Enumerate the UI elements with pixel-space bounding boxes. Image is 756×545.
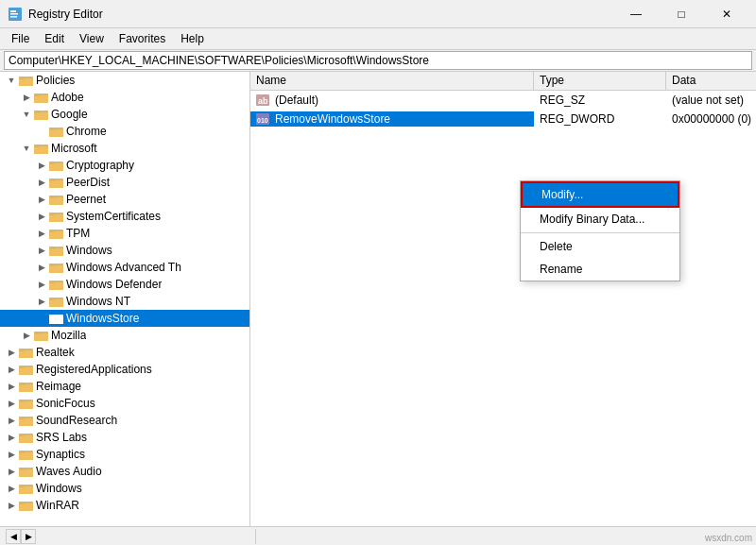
scroll-left-button[interactable]: ◀: [6, 529, 21, 544]
context-menu-modify[interactable]: Modify...: [521, 181, 679, 208]
tree-item-synaptics[interactable]: ▶ Synaptics: [0, 446, 249, 463]
maximize-button[interactable]: □: [660, 4, 703, 25]
svg-rect-66: [19, 417, 25, 419]
folder-closed-icon: [19, 482, 34, 495]
tree-item-windows2[interactable]: ▶ Windows: [0, 480, 249, 497]
tree-item-policies[interactable]: ▼ Policies: [0, 72, 249, 89]
svg-rect-29: [49, 214, 63, 222]
tree-item-peerdist[interactable]: ▶ PeerDist: [0, 174, 249, 191]
context-menu-delete[interactable]: Delete: [521, 235, 679, 258]
tree-item-wavesaudio[interactable]: ▶ Waves Audio: [0, 463, 249, 480]
tree-label-microsoft: Microsoft: [51, 142, 97, 155]
svg-rect-50: [34, 333, 48, 341]
expand-windowsdefender[interactable]: ▶: [34, 277, 49, 292]
expand-reimage[interactable]: ▶: [4, 379, 19, 394]
folder-closed-icon: [49, 227, 64, 240]
address-bar: [0, 49, 756, 72]
expand-registeredapps[interactable]: ▶: [4, 362, 19, 377]
svg-rect-30: [49, 213, 55, 215]
expand-wavesaudio[interactable]: ▶: [4, 464, 19, 479]
svg-rect-63: [19, 400, 25, 402]
folder-closed-icon: [49, 261, 64, 274]
scroll-right-button[interactable]: ▶: [21, 529, 36, 544]
expand-synaptics[interactable]: ▶: [4, 447, 19, 462]
tree-item-registeredapps[interactable]: ▶ RegisteredApplications: [0, 361, 249, 378]
tree-scroll[interactable]: ▼ Policies ▶ Adobe ▼: [0, 72, 249, 526]
svg-rect-57: [19, 366, 25, 368]
expand-srslabs[interactable]: ▶: [4, 430, 19, 445]
expand-windowsnt[interactable]: ▶: [34, 294, 49, 309]
svg-rect-14: [49, 129, 63, 137]
tree-label-cryptography: Cryptography: [66, 159, 134, 172]
expand-cryptography[interactable]: ▶: [34, 158, 49, 173]
expand-sonicfocus[interactable]: ▶: [4, 396, 19, 411]
tree-item-windowsdefender[interactable]: ▶ Windows Defender: [0, 276, 249, 293]
tree-item-mozilla[interactable]: ▶ Mozilla: [0, 327, 249, 344]
svg-text:010: 010: [257, 117, 268, 124]
tree-item-google[interactable]: ▼ Google: [0, 106, 249, 123]
tree-item-adobe[interactable]: ▶ Adobe: [0, 89, 249, 106]
svg-rect-75: [19, 468, 25, 470]
expand-peernet[interactable]: ▶: [34, 192, 49, 207]
folder-closed-icon: [49, 125, 64, 138]
tree-item-systemcerts[interactable]: ▶ SystemCertificates: [0, 208, 249, 225]
tree-item-windowsadvanced[interactable]: ▶ Windows Advanced Th: [0, 259, 249, 276]
tree-item-windowsnt[interactable]: ▶ Windows NT: [0, 293, 249, 310]
tree-item-peernet[interactable]: ▶ Peernet: [0, 191, 249, 208]
regedit-icon: [8, 7, 23, 22]
menu-edit[interactable]: Edit: [37, 30, 72, 47]
svg-rect-9: [34, 94, 40, 96]
close-button[interactable]: ✕: [705, 4, 748, 25]
svg-text:ab: ab: [258, 96, 268, 106]
menu-bar: File Edit View Favorites Help: [0, 28, 756, 49]
expand-windows[interactable]: ▶: [34, 243, 49, 258]
minimize-button[interactable]: —: [614, 4, 658, 25]
tree-item-microsoft[interactable]: ▼ Microsoft: [0, 140, 249, 157]
expand-google[interactable]: ▼: [19, 107, 34, 122]
dword-icon: 010: [256, 112, 271, 126]
expand-peerdist[interactable]: ▶: [34, 175, 49, 190]
context-menu: Modify... Modify Binary Data... Delete R…: [520, 180, 680, 281]
expand-tpm[interactable]: ▶: [34, 226, 49, 241]
expand-windows2[interactable]: ▶: [4, 481, 19, 496]
tree-label-peerdist: PeerDist: [66, 176, 110, 189]
expand-systemcerts[interactable]: ▶: [34, 209, 49, 224]
menu-help[interactable]: Help: [173, 30, 212, 47]
tree-item-windows[interactable]: ▶ Windows: [0, 242, 249, 259]
expand-policies[interactable]: ▼: [4, 73, 19, 88]
expand-realtek[interactable]: ▶: [4, 345, 19, 360]
expand-windowsadvanced[interactable]: ▶: [34, 260, 49, 275]
expand-microsoft[interactable]: ▼: [19, 141, 34, 156]
menu-view[interactable]: View: [72, 30, 112, 47]
tree-item-tpm[interactable]: ▶ TPM: [0, 225, 249, 242]
tree-item-cryptography[interactable]: ▶ Cryptography: [0, 157, 249, 174]
folder-closed-icon: [49, 176, 64, 189]
tree-item-sonicfocus[interactable]: ▶ SonicFocus: [0, 395, 249, 412]
table-row[interactable]: ab (Default) REG_SZ (value not set): [250, 91, 756, 110]
menu-file[interactable]: File: [4, 30, 37, 47]
tree-item-chrome[interactable]: Chrome: [0, 123, 249, 140]
tree-label-winrar: WinRAR: [36, 499, 79, 512]
menu-favorites[interactable]: Favorites: [112, 30, 173, 47]
table-row[interactable]: 010 RemoveWindowsStore REG_DWORD 0x00000…: [250, 110, 756, 128]
expand-soundresearch[interactable]: ▶: [4, 413, 19, 428]
folder-closed-icon: [19, 363, 34, 376]
expand-winrar[interactable]: ▶: [4, 498, 19, 513]
tree-item-winrar[interactable]: ▶ WinRAR: [0, 497, 249, 514]
context-menu-rename[interactable]: Rename: [521, 258, 679, 281]
expand-adobe[interactable]: ▶: [19, 90, 34, 105]
tree-label-windowsnt: Windows NT: [66, 295, 130, 308]
tree-item-reimage[interactable]: ▶ Reimage: [0, 378, 249, 395]
context-menu-modify-binary[interactable]: Modify Binary Data...: [521, 208, 679, 230]
tree-item-windowsstore[interactable]: WindowsStore: [0, 310, 249, 327]
svg-rect-27: [49, 196, 55, 198]
address-input[interactable]: [4, 51, 752, 70]
expand-mozilla[interactable]: ▶: [19, 328, 34, 343]
svg-rect-15: [49, 128, 55, 130]
tree-item-srslabs[interactable]: ▶ SRS Labs: [0, 429, 249, 446]
tree-label-soundresearch: SoundResearch: [36, 414, 117, 427]
tree-label-srslabs: SRS Labs: [36, 431, 87, 444]
tree-item-realtek[interactable]: ▶ Realtek: [0, 344, 249, 361]
tree-item-soundresearch[interactable]: ▶ SoundResearch: [0, 412, 249, 429]
bottom-bar: ◀ ▶: [0, 526, 756, 545]
